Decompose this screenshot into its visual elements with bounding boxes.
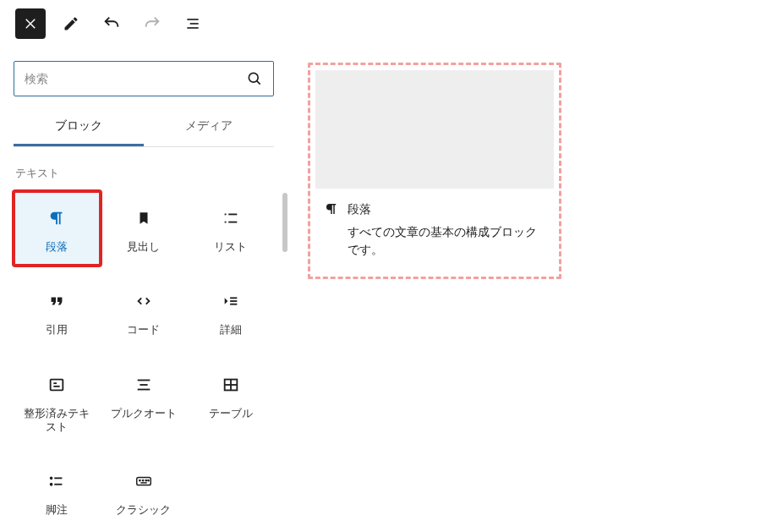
- top-toolbar: [0, 0, 761, 47]
- block-list[interactable]: リスト: [187, 191, 274, 266]
- keyboard-icon: [134, 469, 154, 493]
- block-label: 引用: [46, 323, 68, 337]
- block-code[interactable]: コード: [101, 274, 188, 348]
- preview-meta: 段落 すべての文章の基本の構成ブロックです。: [310, 189, 559, 277]
- search-field-wrap[interactable]: [14, 61, 274, 96]
- block-preformatted[interactable]: 整形済みテキスト: [14, 358, 101, 447]
- search-icon: [246, 70, 263, 87]
- svg-rect-14: [51, 379, 63, 390]
- quote-icon: [47, 289, 66, 313]
- block-heading[interactable]: 見出し: [101, 191, 188, 266]
- bookmark-icon: [136, 206, 151, 230]
- pullquote-icon: [134, 373, 153, 397]
- main-area: ブロック メディア テキスト 段落 見出し リスト: [0, 47, 761, 532]
- preview-text: 段落 すべての文章の基本の構成ブロックです。: [348, 200, 545, 260]
- block-label: リスト: [214, 240, 247, 254]
- preview-card: 段落 すべての文章の基本の構成ブロックです。: [308, 63, 561, 279]
- details-icon: [222, 289, 240, 313]
- redo-icon: [143, 14, 162, 33]
- preview-title: 段落: [348, 200, 545, 219]
- svg-point-25: [51, 484, 52, 485]
- block-label: 脚注: [46, 503, 68, 517]
- block-label: コード: [127, 323, 160, 337]
- block-classic[interactable]: クラシック: [101, 454, 188, 529]
- section-text-heading: テキスト: [15, 166, 274, 181]
- list-icon: [222, 206, 240, 230]
- undo-icon: [102, 14, 121, 33]
- pencil-icon: [63, 15, 79, 32]
- svg-line-6: [257, 81, 260, 85]
- outline-icon: [184, 15, 201, 32]
- preformatted-icon: [47, 373, 66, 397]
- undo-button[interactable]: [96, 8, 127, 39]
- block-label: プルクオート: [111, 407, 177, 420]
- block-quote[interactable]: 引用: [14, 274, 101, 348]
- block-label: テーブル: [209, 407, 253, 420]
- tab-blocks[interactable]: ブロック: [14, 108, 144, 146]
- svg-point-5: [249, 73, 258, 82]
- block-paragraph[interactable]: 段落: [14, 191, 101, 266]
- paragraph-icon: [324, 201, 339, 217]
- redo-button[interactable]: [137, 8, 167, 39]
- block-details[interactable]: 詳細: [187, 274, 274, 348]
- block-inserter-panel: ブロック メディア テキスト 段落 見出し リスト: [0, 47, 287, 532]
- table-icon: [222, 373, 240, 397]
- svg-point-30: [145, 480, 146, 480]
- block-footnote[interactable]: 脚注: [14, 454, 101, 529]
- block-label: 整形済みテキスト: [19, 407, 96, 435]
- close-icon: [23, 16, 38, 31]
- svg-point-28: [140, 480, 140, 480]
- svg-point-23: [51, 477, 52, 479]
- block-grid: 段落 見出し リスト 引用: [14, 191, 274, 529]
- code-icon: [134, 289, 153, 313]
- tab-media[interactable]: メディア: [144, 108, 274, 146]
- block-label: クラシック: [116, 503, 171, 517]
- footnote-icon: [47, 469, 66, 493]
- preview-area: 段落 すべての文章の基本の構成ブロックです。: [287, 47, 761, 532]
- block-label: 段落: [46, 240, 68, 254]
- paragraph-icon: [47, 206, 66, 230]
- block-table[interactable]: テーブル: [187, 358, 274, 447]
- edit-button[interactable]: [56, 8, 86, 39]
- svg-point-29: [142, 480, 143, 480]
- inserter-tabs: ブロック メディア: [14, 108, 274, 147]
- search-input[interactable]: [25, 72, 246, 85]
- preview-thumbnail: [315, 70, 554, 189]
- block-label: 見出し: [127, 240, 160, 254]
- preview-description: すべての文章の基本の構成ブロックです。: [348, 224, 545, 260]
- block-label: 詳細: [220, 323, 242, 337]
- close-button[interactable]: [15, 8, 46, 39]
- outline-button[interactable]: [178, 8, 208, 39]
- svg-point-31: [148, 480, 149, 480]
- block-pullquote[interactable]: プルクオート: [101, 358, 188, 447]
